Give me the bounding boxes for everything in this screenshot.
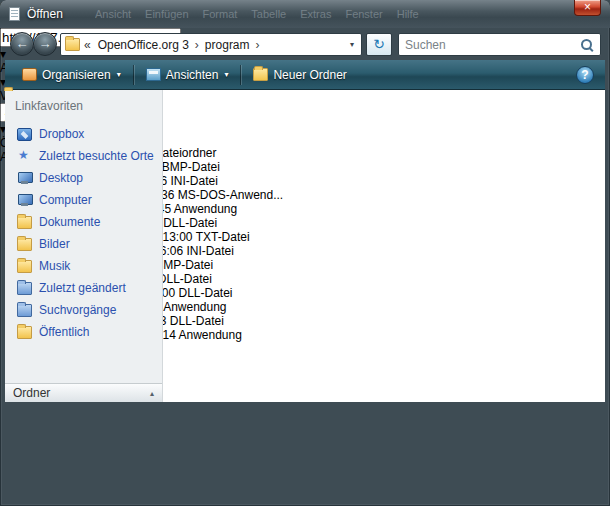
forward-button[interactable]: → — [33, 32, 57, 56]
sidebar-item-label: Zuletzt besuchte Orte — [39, 149, 154, 163]
sidebar-item-label: Musik — [39, 259, 70, 273]
search-box — [398, 33, 601, 56]
folders-bar-label: Ordner — [13, 386, 50, 400]
back-arrow-icon: ← — [16, 36, 29, 51]
desktop-icon — [17, 172, 32, 185]
ghost-menu-item: Ansicht — [95, 8, 131, 20]
toolbar: Organisieren ▾ Ansichten ▾ Neuer Ordner … — [5, 60, 605, 90]
file-type: MS-DOS-Anwend... — [178, 188, 283, 202]
chevron-right-icon: › — [192, 38, 202, 52]
breadcrumb-item-openoffice[interactable]: OpenOffice.org 3 — [95, 38, 192, 52]
organize-button[interactable]: Organisieren ▾ — [13, 63, 130, 87]
folder-icon — [65, 38, 80, 51]
file-type: TXT-Datei — [196, 230, 250, 244]
ghost-menu-item: Einfügen — [145, 8, 188, 20]
address-dropdown-icon[interactable]: ▾ — [347, 40, 357, 49]
ghost-menu-item: Hilfe — [397, 8, 419, 20]
close-icon: × — [584, 0, 591, 14]
ghost-menu-item: Tabelle — [251, 8, 286, 20]
refresh-icon: ↻ — [373, 36, 385, 52]
new-folder-button[interactable]: Neuer Ordner — [244, 63, 355, 87]
window-title: Öffnen — [27, 7, 63, 21]
file-type: Dateiordner — [154, 146, 217, 160]
sidebar-item-label: Zuletzt geändert — [39, 281, 126, 295]
ghost-menu-item: Format — [203, 8, 238, 20]
file-type: DLL-Datei — [179, 286, 233, 300]
ghost-menu-item: Extras — [300, 8, 331, 20]
file-type: INI-Datei — [170, 174, 217, 188]
folders-expander-bar[interactable]: Ordner ▴ — [5, 383, 162, 402]
folder-icon — [17, 238, 32, 251]
file-type: BMP-Datei — [155, 258, 213, 272]
sidebar-item-label: Desktop — [39, 171, 83, 185]
recent-places-icon — [17, 150, 32, 163]
sidebar-item-ffentlich[interactable]: Öffentlich — [5, 321, 162, 343]
chevron-down-icon: ▾ — [117, 70, 121, 79]
dropbox-icon — [17, 128, 32, 141]
file-type: INI-Datei — [187, 244, 234, 258]
breadcrumb[interactable]: « OpenOffice.org 3 › program › ▾ — [60, 33, 362, 56]
help-button[interactable]: ? — [576, 66, 594, 84]
file-type: DLL-Datei — [163, 216, 217, 230]
document-window-icon — [9, 7, 20, 21]
search-icon — [579, 37, 595, 53]
sidebar-item-label: Bilder — [39, 237, 70, 251]
sidebar-item-desktop[interactable]: Desktop — [5, 167, 162, 189]
close-button[interactable]: × — [574, 0, 601, 16]
ghost-menu-item: Fenster — [345, 8, 382, 20]
folder-icon — [17, 216, 32, 229]
search-input[interactable] — [399, 38, 579, 52]
sidebar-item-computer[interactable]: Computer — [5, 189, 162, 211]
organize-icon — [22, 68, 37, 81]
file-type: DLL-Datei — [158, 272, 212, 286]
refresh-button[interactable]: ↻ — [366, 33, 392, 56]
sidebar: Linkfavoriten Dropbox Zuletzt besuchte O… — [5, 90, 163, 402]
open-file-dialog: Öffnen AnsichtEinfügenFormatTabelleExtra… — [0, 0, 610, 506]
views-icon — [146, 68, 161, 81]
sidebar-item-dokumente[interactable]: Dokumente — [5, 211, 162, 233]
ghost-menu: AnsichtEinfügenFormatTabelleExtrasFenste… — [95, 8, 419, 20]
sidebar-items: Dropbox Zuletzt besuchte Orte Desktop Co… — [5, 123, 162, 343]
chevron-right-icon: › — [253, 38, 263, 52]
file-type: Anwendung — [178, 328, 241, 342]
sidebar-item-suchvorg-nge[interactable]: Suchvorgänge — [5, 299, 162, 321]
file-type: BMP-Datei — [162, 160, 220, 174]
sidebar-item-label: Computer — [39, 193, 92, 207]
folder-blue-icon — [17, 304, 32, 317]
breadcrumb-overflow-icon[interactable]: « — [84, 38, 91, 52]
new-folder-label: Neuer Ordner — [273, 68, 346, 82]
views-label: Ansichten — [166, 68, 219, 82]
main-content: Linkfavoriten Dropbox Zuletzt besuchte O… — [5, 90, 605, 402]
breadcrumb-item-program[interactable]: program — [202, 38, 253, 52]
sidebar-item-label: Dokumente — [39, 215, 100, 229]
toolbar-separator — [133, 65, 134, 85]
sidebar-item-zuletzt-besuchte-orte[interactable]: Zuletzt besuchte Orte — [5, 145, 162, 167]
sidebar-item-label: Dropbox — [39, 127, 84, 141]
folder-icon — [17, 260, 32, 273]
sidebar-item-dropbox[interactable]: Dropbox — [5, 123, 162, 145]
views-button[interactable]: Ansichten ▾ — [137, 63, 238, 87]
sidebar-item-label: Öffentlich — [39, 325, 89, 339]
organize-label: Organisieren — [42, 68, 111, 82]
chevron-up-icon: ▴ — [150, 389, 154, 398]
titlebar: Öffnen AnsichtEinfügenFormatTabelleExtra… — [0, 0, 610, 28]
file-type: Anwendung — [163, 300, 226, 314]
sidebar-item-zuletzt-ge-ndert[interactable]: Zuletzt geändert — [5, 277, 162, 299]
sidebar-item-bilder[interactable]: Bilder — [5, 233, 162, 255]
new-folder-icon — [253, 68, 268, 81]
folder-blue-icon — [17, 282, 32, 295]
back-button[interactable]: ← — [10, 32, 34, 56]
help-icon: ? — [581, 68, 588, 82]
chevron-down-icon: ▾ — [224, 70, 228, 79]
favorites-header: Linkfavoriten — [5, 90, 162, 113]
sidebar-item-label: Suchvorgänge — [39, 303, 116, 317]
computer-icon — [17, 194, 32, 207]
folder-icon — [17, 326, 32, 339]
sidebar-item-musik[interactable]: Musik — [5, 255, 162, 277]
file-type: Anwendung — [174, 202, 237, 216]
toolbar-separator — [240, 65, 241, 85]
navigation-bar: ← → « OpenOffice.org 3 › program › ▾ ↻ — [0, 28, 610, 60]
forward-arrow-icon: → — [39, 36, 52, 51]
file-type: DLL-Datei — [170, 314, 224, 328]
